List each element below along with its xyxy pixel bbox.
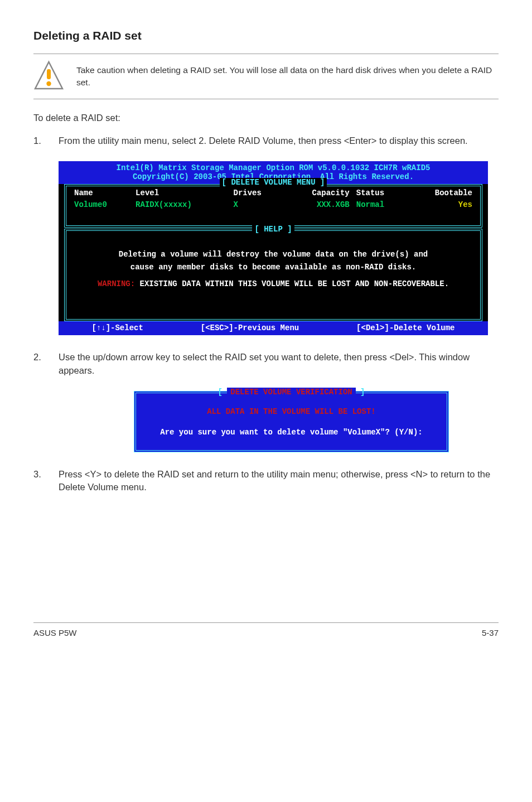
footer-left: ASUS P5W <box>33 627 77 639</box>
col-name: Name <box>71 186 132 200</box>
col-drives: Drives <box>230 186 284 200</box>
step-1: From the utility main menu, select 2. De… <box>33 134 499 148</box>
bios-footer: [↑↓]-Select [<ESC>]-Previous Menu [<Del>… <box>59 321 488 335</box>
col-level: Level <box>132 186 230 200</box>
help-line1: Deleting a volume will destroy the volum… <box>71 250 476 259</box>
col-capacity: Capacity <box>284 186 353 200</box>
caution-text: Take caution when deleting a RAID set. Y… <box>76 64 499 89</box>
intro-text: To delete a RAID set: <box>33 112 499 124</box>
dialog-title-text: DELETE VOLUME VERIFICATION <box>227 388 355 397</box>
cell-capacity: XXX.XGB <box>284 200 353 210</box>
page-footer: ASUS P5W 5-37 <box>33 622 499 639</box>
bios-screenshot: Intel(R) Matrix Storage Manager Option R… <box>59 161 488 335</box>
dialog-title: [ DELETE VOLUME VERIFICATION ] <box>136 387 447 398</box>
warning-icon <box>33 60 64 93</box>
help-title: [ HELP ] <box>252 225 294 234</box>
cell-bootable: Yes <box>407 200 476 210</box>
step-3: Press <Y> to delete the RAID set and ret… <box>33 468 499 495</box>
cell-status: Normal <box>353 200 407 210</box>
warning-text: EXISTING DATA WITHIN THIS VOLUME WILL BE… <box>135 279 449 288</box>
page-title: Deleting a RAID set <box>33 28 499 44</box>
volume-table: Name Level Drives Capacity Status Bootab… <box>71 186 476 210</box>
help-line2: cause any member disks to become availab… <box>71 263 476 272</box>
bracket-right: ] <box>356 388 365 397</box>
svg-point-2 <box>46 81 51 86</box>
foot-previous[interactable]: [<ESC>]-Previous Menu <box>201 323 299 333</box>
col-status: Status <box>353 186 407 200</box>
warning-label: WARNING: <box>98 279 135 288</box>
footer-right: 5-37 <box>482 627 499 639</box>
bracket-left: [ <box>217 388 227 397</box>
cell-drives: X <box>230 200 284 210</box>
bios-header-line1: Intel(R) Matrix Storage Manager Option R… <box>59 163 488 173</box>
confirm-dialog-screenshot: [ DELETE VOLUME VERIFICATION ] ALL DATA … <box>134 391 449 452</box>
dialog-question[interactable]: Are you sure you want to delete volume "… <box>146 427 437 438</box>
dialog-warning: ALL DATA IN THE VOLUME WILL BE LOST! <box>146 407 437 417</box>
foot-delete[interactable]: [<Del>]-Delete Volume <box>356 323 454 333</box>
foot-select[interactable]: [↑↓]-Select <box>91 323 143 333</box>
delete-volume-menu-title: [ DELETE VOLUME MENU ] <box>220 178 327 187</box>
cell-level: RAIDX(xxxxx) <box>132 200 230 210</box>
table-row[interactable]: Volume0 RAIDX(xxxxx) X XXX.XGB Normal Ye… <box>71 200 476 210</box>
caution-callout: Take caution when deleting a RAID set. Y… <box>33 54 499 99</box>
help-body: Deleting a volume will destroy the volum… <box>71 250 476 289</box>
step-2: Use the up/down arrow key to select the … <box>33 351 499 378</box>
col-bootable: Bootable <box>407 186 476 200</box>
cell-name: Volume0 <box>71 200 132 210</box>
svg-rect-1 <box>47 69 51 79</box>
